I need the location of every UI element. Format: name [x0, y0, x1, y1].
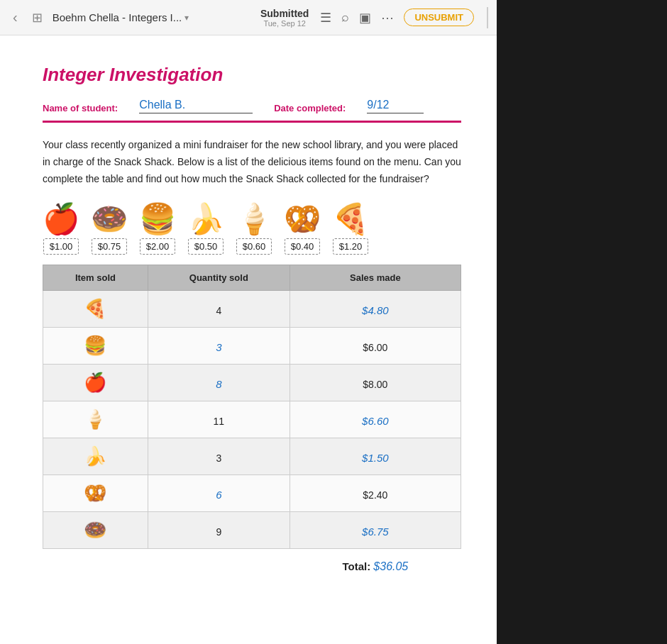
page-area: Integer Investigation Name of student: C… [0, 35, 497, 644]
col-sales-made: Sales made [290, 265, 461, 291]
food-emoji: 🍦 [236, 204, 272, 234]
price-box: $1.20 [333, 238, 369, 255]
food-item: 🥨$0.40 [284, 204, 321, 255]
date-label: Date completed: [274, 103, 346, 113]
cell-quantity: 4 [148, 291, 290, 328]
total-empty-2 [148, 549, 290, 582]
cell-quantity: 8 [148, 365, 290, 401]
food-emoji: 🍔 [139, 204, 176, 234]
food-item: 🍔$2.00 [139, 204, 176, 255]
price-box: $2.00 [140, 238, 176, 255]
table-header-row: Item sold Quantity sold Sales made [43, 265, 461, 291]
cell-sales: $6.00 [290, 328, 461, 365]
food-item: 🍩$0.75 [91, 204, 128, 255]
total-label: Total: [342, 560, 373, 572]
col-quantity-sold: Quantity sold [148, 265, 290, 291]
total-amount: $36.05 [373, 560, 408, 572]
submitted-date: Tue, Sep 12 [263, 19, 306, 28]
student-info-line: Name of student: Chella B. Date complete… [43, 99, 461, 113]
table-row: 🥨6$2.40 [43, 475, 461, 512]
cell-item: 🍌 [43, 438, 148, 475]
table-row: 🍕4$4.80 [43, 291, 461, 328]
back-button[interactable]: ‹ [9, 6, 22, 28]
cell-sales: $6.60 [290, 401, 461, 438]
airplay-icon[interactable]: ▣ [359, 10, 371, 26]
table-row: 🍎8$8.00 [43, 365, 461, 401]
cell-item: 🥨 [43, 475, 148, 512]
cell-quantity: 9 [148, 512, 290, 549]
food-item: 🍦$0.60 [236, 204, 272, 255]
content-wrapper: Integer Investigation Name of student: C… [0, 35, 667, 644]
intro-text: Your class recently organized a mini fun… [43, 137, 461, 187]
table-row: 🍌3$1.50 [43, 438, 461, 475]
food-emoji: 🍩 [91, 204, 128, 234]
food-emoji: 🥨 [284, 204, 321, 234]
total-row: Total: $36.05 [43, 549, 461, 582]
cell-sales: $4.80 [290, 291, 461, 328]
price-box: $1.00 [43, 238, 79, 255]
student-label: Name of student: [43, 103, 118, 113]
food-emoji: 🍌 [187, 204, 224, 234]
table-row: 🍩9$6.75 [43, 512, 461, 549]
search-icon[interactable]: ⌕ [341, 10, 349, 25]
title-area: Boehm Chella - Integers I... ▾ [53, 11, 255, 23]
price-box: $0.50 [188, 238, 224, 255]
toolbar: ‹ ⊞ Boehm Chella - Integers I... ▾ Submi… [0, 0, 497, 35]
toolbar-divider [487, 7, 488, 28]
sidebar-toggle-icon[interactable]: ⊞ [28, 7, 47, 28]
document-title: Boehm Chella - Integers I... [53, 11, 182, 23]
cell-quantity: 3 [148, 438, 290, 475]
submitted-status: Submitted Tue, Sep 12 [260, 8, 309, 28]
dark-panel [497, 35, 667, 644]
food-emoji: 🍕 [332, 204, 369, 234]
table-row: 🍔3$6.00 [43, 328, 461, 365]
col-item-sold: Item sold [43, 265, 148, 291]
unsubmit-button[interactable]: UNSUBMIT [404, 9, 474, 26]
cell-quantity: 3 [148, 328, 290, 365]
student-name-value: Chella B. [139, 99, 253, 113]
more-icon[interactable]: ⋯ [381, 10, 394, 26]
cell-item: 🍩 [43, 512, 148, 549]
toolbar-icons: ☰ ⌕ ▣ ⋯ UNSUBMIT [320, 7, 488, 28]
cell-quantity: 11 [148, 401, 290, 438]
cell-quantity: 6 [148, 475, 290, 512]
food-items-row: 🍎$1.00🍩$0.75🍔$2.00🍌$0.50🍦$0.60🥨$0.40🍕$1.… [43, 204, 461, 255]
food-emoji: 🍎 [43, 204, 79, 234]
price-box: $0.60 [236, 238, 272, 255]
price-box: $0.75 [92, 238, 128, 255]
data-table: Item sold Quantity sold Sales made 🍕4$4.… [43, 265, 461, 582]
cell-sales: $1.50 [290, 438, 461, 475]
price-box: $0.40 [285, 238, 321, 255]
document-heading: Integer Investigation [43, 64, 461, 86]
food-item: 🍕$1.20 [332, 204, 369, 255]
cell-sales: $2.40 [290, 475, 461, 512]
table-row: 🍦11$6.60 [43, 401, 461, 438]
total-value-cell: Total: $36.05 [290, 549, 461, 582]
cell-sales: $8.00 [290, 365, 461, 401]
list-icon[interactable]: ☰ [320, 10, 331, 26]
submitted-label: Submitted [260, 8, 309, 19]
total-empty-1 [43, 549, 148, 582]
divider-line [43, 121, 461, 123]
cell-item: 🍕 [43, 291, 148, 328]
cell-item: 🍔 [43, 328, 148, 365]
cell-item: 🍦 [43, 401, 148, 438]
date-value: 9/12 [367, 99, 424, 113]
cell-item: 🍎 [43, 365, 148, 401]
title-chevron-icon[interactable]: ▾ [184, 13, 189, 23]
food-item: 🍎$1.00 [43, 204, 79, 255]
food-item: 🍌$0.50 [187, 204, 224, 255]
cell-sales: $6.75 [290, 512, 461, 549]
